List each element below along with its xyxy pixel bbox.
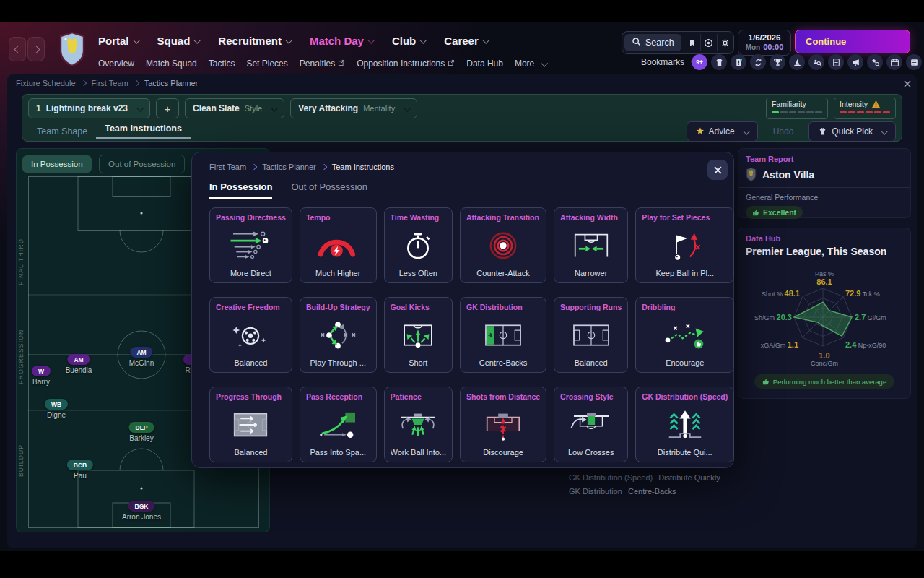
tab-out-of-possession[interactable]: Out of Possession: [99, 155, 185, 173]
modal-close-button[interactable]: [707, 160, 728, 180]
instruction-card-attacking-width[interactable]: Attacking WidthNarrower: [554, 207, 628, 283]
sync-icon[interactable]: [750, 54, 766, 70]
training-icon[interactable]: [789, 54, 805, 70]
breadcrumb-item[interactable]: Fixture Schedule: [16, 79, 76, 87]
close-page-button[interactable]: [901, 77, 914, 90]
goal-kicks-icon: [391, 311, 446, 358]
tactic-select[interactable]: 1 Lightning break v23: [28, 98, 150, 118]
time-value: 00:00: [763, 43, 783, 51]
subnav-penalties[interactable]: Penalties: [300, 59, 345, 69]
nav-squad[interactable]: Squad: [157, 35, 200, 47]
chevron-right-icon: [32, 46, 40, 53]
list-item[interactable]: GK Distribution (Speed) Distribute Quick…: [569, 470, 736, 484]
world-icon[interactable]: [700, 34, 717, 51]
chevron-down-icon: [136, 104, 144, 111]
modal-tab-out-of-possession[interactable]: Out of Possession: [291, 181, 367, 199]
instruction-card-time-wasting[interactable]: Time WastingLess Often: [384, 207, 453, 283]
nav-portal[interactable]: Portal: [98, 35, 139, 47]
instruction-card-patience[interactable]: PatienceWork Ball Into...: [384, 387, 453, 462]
kit-icon[interactable]: [711, 54, 727, 70]
bottom-letterbox: [0, 551, 924, 578]
subnav-tactics[interactable]: Tactics: [209, 59, 235, 69]
tab-in-possession[interactable]: In Possession: [22, 155, 92, 173]
instruction-card-gk-distribution-speed[interactable]: GK Distribution (Speed)Distribute Qui...: [635, 387, 734, 462]
subnav-data-hub[interactable]: Data Hub: [466, 59, 503, 69]
announcements-icon[interactable]: [847, 54, 863, 70]
news-icon[interactable]: [906, 54, 922, 70]
advice-button[interactable]: Advice: [687, 121, 758, 142]
style-select[interactable]: Clean Slate Style: [185, 98, 284, 118]
instruction-card-shots-from-distance[interactable]: Shots from DistanceDiscourage: [460, 387, 546, 462]
search-button[interactable]: Search: [624, 34, 681, 51]
breadcrumb-item[interactable]: First Team: [209, 163, 246, 171]
list-item[interactable]: GK Distribution Centre-Backs: [569, 484, 736, 498]
instruction-card-progress-through[interactable]: Progress ThroughBalanced: [209, 387, 292, 462]
card-title: Goal Kicks: [391, 303, 446, 311]
player-pill-digne[interactable]: WB: [45, 399, 68, 410]
tab-team-instructions[interactable]: Team Instructions: [96, 124, 191, 139]
search-icon: [632, 37, 641, 48]
player-pill-mcginn[interactable]: AM: [130, 347, 152, 358]
club-name[interactable]: Aston Villa: [762, 169, 814, 181]
player-pill-barry[interactable]: W: [32, 366, 51, 376]
messages-icon[interactable]: 9+: [692, 54, 707, 70]
chevron-down-icon: [194, 36, 201, 43]
instruction-card-attacking-transition[interactable]: Attacking TransitionCounter-Attack: [460, 207, 546, 283]
mentality-select[interactable]: Very Attacking Mentality: [290, 98, 417, 118]
breadcrumb-item[interactable]: First Team: [92, 79, 128, 87]
subnav-more[interactable]: More: [515, 59, 546, 69]
instruction-card-goal-kicks[interactable]: Goal KicksShort: [384, 297, 453, 373]
subnav-overview[interactable]: Overview: [98, 59, 134, 69]
instruction-card-dribbling[interactable]: DribblingEncourage: [635, 297, 734, 373]
divider: [738, 187, 910, 188]
nav-club[interactable]: Club: [392, 35, 425, 47]
subnav-opposition-instructions[interactable]: Opposition Instructions: [357, 59, 455, 69]
chevron-down-icon: [404, 104, 411, 111]
nav-recruitment[interactable]: Recruitment: [218, 35, 291, 47]
trophy-icon[interactable]: [770, 54, 785, 70]
breadcrumb-item[interactable]: Tactics Planner: [262, 163, 316, 171]
instruction-card-passing-directness[interactable]: Passing DirectnessMore Direct: [209, 207, 292, 283]
schedule-icon[interactable]: [886, 54, 902, 70]
notes-icon[interactable]: [828, 54, 844, 70]
bookmark-icon[interactable]: [684, 34, 700, 51]
modal-tab-in-possession[interactable]: In Possession: [209, 181, 272, 199]
player-pill-buendia[interactable]: AM: [67, 354, 90, 365]
club-crest-icon[interactable]: [59, 32, 85, 66]
instruction-card-play-for-set-pieces[interactable]: Play for Set PiecesKeep Ball in Pl...: [635, 207, 734, 283]
search-plus-icon[interactable]: [867, 54, 883, 70]
axis-label: Pas %: [738, 270, 910, 277]
gear-icon[interactable]: [717, 34, 733, 51]
instruction-card-crossing-style[interactable]: Crossing StyleLow Crosses: [554, 387, 628, 462]
instruction-card-gk-distribution[interactable]: GK DistributionCentre-Backs: [460, 297, 546, 373]
instruction-card-tempo[interactable]: TempoMuch Higher: [300, 207, 377, 283]
player-pill-barkley[interactable]: DLP: [129, 422, 154, 433]
report-icon[interactable]: [731, 54, 746, 70]
add-tactic-button[interactable]: +: [156, 98, 179, 118]
instruction-card-build-up-strategy[interactable]: Build-Up StrategyPlay Through ...: [300, 297, 377, 373]
header: PortalSquadRecruitmentMatch DayClubCaree…: [0, 22, 924, 74]
instruction-card-supporting-runs[interactable]: Supporting RunsBalanced: [554, 297, 628, 373]
player-pill-pau[interactable]: BCB: [67, 460, 93, 470]
tab-team-shape[interactable]: Team Shape: [28, 126, 96, 137]
card-title: Creative Freedom: [216, 303, 286, 311]
instruction-card-creative-freedom[interactable]: Creative FreedomBalanced: [209, 297, 292, 373]
back-button[interactable]: [9, 37, 26, 61]
quick-pick-button[interactable]: Quick Pick: [808, 121, 896, 142]
forward-button[interactable]: [27, 37, 45, 61]
axis-value: 1.0: [738, 351, 910, 360]
nav-career[interactable]: Career: [444, 35, 488, 47]
nav-match-day[interactable]: Match Day: [310, 35, 373, 47]
zone-label-final-third: FINAL THIRD: [17, 234, 25, 289]
undo-button[interactable]: Undo: [764, 121, 803, 142]
player-pill-arron-jones[interactable]: BGK: [128, 501, 155, 512]
data-hub-title: Data Hub: [746, 234, 903, 243]
bookmarks-dropdown[interactable]: Bookmarks: [641, 57, 697, 67]
nav-label: Recruitment: [218, 35, 282, 47]
subnav-set-pieces[interactable]: Set Pieces: [246, 59, 287, 69]
scouting-icon[interactable]: [808, 54, 824, 70]
instruction-card-pass-reception[interactable]: Pass ReceptionPass Into Spa...: [300, 387, 377, 462]
continue-button[interactable]: Continue: [795, 30, 910, 53]
subnav-match-squad[interactable]: Match Squad: [146, 59, 197, 69]
external-link-icon: [338, 59, 345, 69]
